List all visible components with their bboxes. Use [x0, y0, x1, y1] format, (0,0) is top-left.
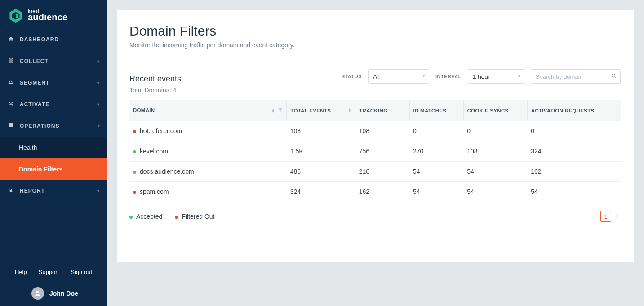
interval-label: INTERVAL [435, 74, 462, 79]
status-value: All [373, 73, 380, 80]
sidebar-item-label: DASHBOARD [20, 36, 100, 43]
chevron-down-icon: ▾ [423, 74, 425, 78]
interval-value: 1 hour [473, 73, 490, 80]
sidebar-item-label: ACTIVATE [20, 101, 97, 108]
user-name: John Doe [49, 290, 78, 297]
chevron-down-icon: ▾ [97, 59, 100, 64]
user-row[interactable]: John Doe [0, 282, 107, 306]
page-title: Domain Filters [129, 23, 621, 39]
search-input-wrap[interactable] [531, 69, 621, 84]
sidebar: kevel audience DASHBOARD COLLECT ▾ SEGME… [0, 0, 107, 306]
logo-product: audience [28, 12, 67, 22]
pagination: 〈 1 〉 [591, 211, 621, 222]
sidebar-item-dashboard[interactable]: DASHBOARD [0, 29, 107, 50]
sidebar-sub-health[interactable]: Health [0, 137, 107, 158]
logo[interactable]: kevel audience [0, 0, 107, 29]
sidebar-item-label: REPORT [20, 188, 97, 194]
search-input[interactable] [536, 73, 611, 80]
pager-next[interactable]: 〉 [615, 212, 621, 220]
target-icon [7, 58, 14, 65]
interval-select[interactable]: 1 hour ▾ [468, 69, 524, 84]
logo-text: kevel audience [28, 9, 67, 22]
table-row[interactable]: bot.referer.com108108000 [129, 121, 621, 141]
status-dot [133, 191, 136, 194]
status-select[interactable]: All ▾ [368, 69, 429, 84]
col-cookie-syncs: COOKIE SYNCS [463, 100, 527, 121]
page-subtitle: Monitor the incoming traffic per domain … [129, 41, 621, 49]
filter-icon[interactable] [278, 108, 283, 113]
legend-filtered: Filtered Out [175, 213, 214, 220]
chevron-down-icon: ▾ [518, 74, 520, 78]
support-link[interactable]: Support [39, 269, 59, 275]
svg-point-7 [11, 81, 13, 82]
home-icon [7, 36, 14, 43]
section-title: Recent events [129, 74, 181, 84]
database-icon [7, 122, 14, 130]
status-dot [133, 150, 136, 153]
events-table: DOMAIN ▲▼ TOTAL EVENTS ▲▼ [129, 100, 621, 202]
sort-icon[interactable]: ▲▼ [348, 108, 351, 112]
chevron-down-icon: ▾ [97, 189, 100, 194]
sort-icon[interactable]: ▲▼ [271, 108, 275, 113]
controls-row: Recent events STATUS All ▾ INTERVAL 1 ho… [129, 69, 621, 84]
svg-point-9 [36, 291, 39, 293]
sidebar-item-label: OPERATIONS [20, 123, 97, 129]
chevron-up-icon: ▴ [97, 124, 100, 129]
svg-point-5 [10, 60, 11, 61]
status-label: STATUS [342, 74, 362, 79]
search-icon [611, 73, 617, 80]
svg-point-10 [612, 74, 615, 77]
sidebar-item-report[interactable]: REPORT ▾ [0, 180, 107, 202]
sidebar-item-label: COLLECT [20, 58, 97, 64]
main-content: Domain Filters Monitor the incoming traf… [107, 0, 644, 306]
sidebar-item-collect[interactable]: COLLECT ▾ [0, 50, 107, 72]
table-row[interactable]: kevel.com1.5K756270108324 [129, 141, 621, 162]
legend-accepted: Accepted [129, 213, 162, 220]
col-id-matches: ID MATCHES [409, 100, 463, 121]
table-footer: Accepted Filtered Out 〈 1 〉 [129, 211, 621, 222]
chart-icon [7, 187, 14, 194]
total-domains: Total Domains: 4 [129, 86, 621, 94]
sidebar-sub-domain-filters[interactable]: Domain Filters [0, 158, 107, 180]
help-link[interactable]: Help [15, 269, 27, 275]
svg-point-6 [9, 81, 10, 82]
col-domain[interactable]: DOMAIN ▲▼ [129, 100, 287, 121]
sidebar-footer: Help Support Sign out John Doe [0, 263, 107, 306]
col-activation: ACTIVATION REQUESTS [527, 100, 621, 121]
pager-prev[interactable]: 〈 [591, 212, 597, 220]
operations-sub-items: Health Domain Filters [0, 137, 107, 180]
shuffle-icon [7, 101, 14, 108]
sidebar-item-activate[interactable]: ACTIVATE ▾ [0, 94, 107, 115]
avatar [31, 287, 44, 300]
content-card: Domain Filters Monitor the incoming traf… [117, 10, 634, 262]
table-row[interactable]: docs.audience.com4862165454162 [129, 162, 621, 182]
status-dot [133, 130, 136, 133]
col-tracking: TRACKING [355, 100, 409, 121]
sidebar-item-operations[interactable]: OPERATIONS ▴ [0, 115, 107, 137]
sidebar-item-label: SEGMENT [20, 80, 97, 86]
sign-out-link[interactable]: Sign out [71, 269, 92, 275]
chevron-down-icon: ▾ [97, 81, 100, 86]
users-icon [7, 79, 14, 86]
logo-icon [8, 8, 23, 23]
svg-line-11 [615, 76, 616, 78]
chevron-down-icon: ▾ [97, 102, 100, 107]
table-row[interactable]: spam.com324162545454 [129, 182, 621, 202]
sidebar-item-segment[interactable]: SEGMENT ▾ [0, 72, 107, 94]
sidebar-nav: DASHBOARD COLLECT ▾ SEGMENT ▾ ACTIVATE ▾ [0, 29, 107, 263]
col-total-events[interactable]: TOTAL EVENTS ▲▼ [287, 100, 355, 121]
pager-page-current[interactable]: 1 [600, 211, 611, 222]
status-dot [133, 171, 136, 174]
